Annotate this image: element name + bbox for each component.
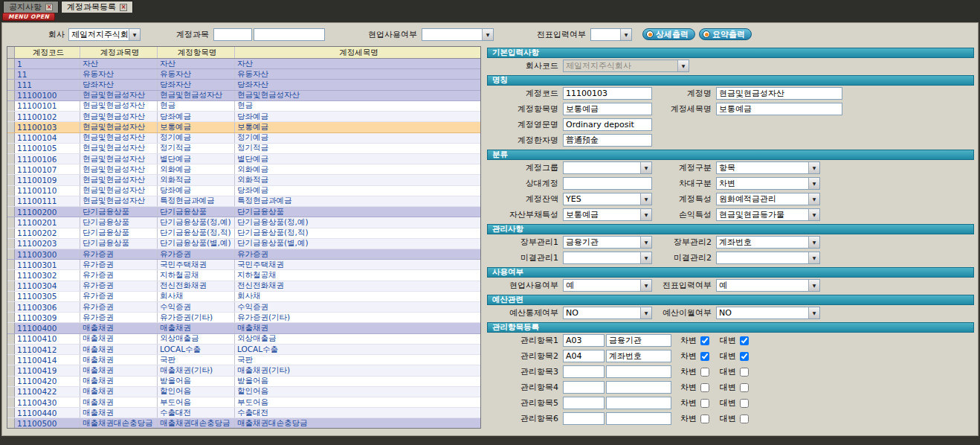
account-balance-select[interactable]: YES ▼ (563, 193, 652, 205)
account-trait-select[interactable]: 원화예적금관리 ▼ (716, 193, 820, 205)
detail-print-button[interactable]: 상세출력 (642, 28, 695, 40)
mgmt-item-code-field[interactable] (563, 412, 605, 425)
table-row[interactable]: 11100304유가증권전신전화채권전신전화채권 (7, 281, 480, 292)
table-row[interactable]: 11100103현금및현금성자산보통예금보통예금 (7, 122, 480, 132)
table-row[interactable]: 11100430매출채권부도어음부도어음 (7, 397, 480, 408)
cell-item-name: 당좌예금 (158, 186, 235, 196)
item-name-field[interactable]: 보통예금 (563, 103, 652, 115)
budget-control-select[interactable]: NO ▼ (563, 307, 652, 319)
table-row[interactable]: 11100201단기금융상품단기금융상품(정,예)단기금융상품(정,예) (7, 217, 480, 228)
table-row[interactable]: 11100106현금및현금성자산별단예금별단예금 (7, 154, 480, 164)
credit-checkbox[interactable] (740, 368, 749, 377)
slip-input-select[interactable]: ▼ (590, 28, 632, 41)
table-row[interactable]: 11100410매출채권외상매출금외상매출금 (7, 334, 480, 345)
table-row[interactable]: 11100302유가증권지하철공채지하철공채 (7, 270, 480, 281)
counter-account-field[interactable] (563, 177, 652, 190)
table-row[interactable]: 11100200단기금융상품단기금융상품단기금융상품 (7, 207, 480, 217)
account-name-input[interactable] (254, 28, 325, 41)
mgmt-item-code-field[interactable]: A03 (563, 334, 605, 347)
table-row[interactable]: 11100102현금및현금성자산당좌예금당좌예금 (7, 112, 480, 122)
table-row[interactable]: 11100110현금및현금성자산당좌예금당좌예금 (7, 186, 480, 196)
slip-use-panel-select[interactable]: 예 ▼ (716, 279, 820, 292)
hanja-name-field[interactable]: 普通預金 (563, 134, 652, 147)
mgmt-item-code-field[interactable] (563, 381, 605, 394)
field-use-panel-select[interactable]: 예 ▼ (563, 279, 652, 292)
table-row[interactable]: 11100419매출채권매출채권(기타)매출채권(기타) (7, 365, 480, 376)
table-row[interactable]: 11100500매출채권대손충당금매출채권대손충당금매출채권대손충당금 (7, 418, 480, 429)
mgmt-item-name-field[interactable]: 계좌번호 (606, 350, 671, 362)
cell-item-name: 당좌자산 (158, 80, 235, 89)
field-use-select[interactable]: ▼ (422, 28, 494, 41)
table-row[interactable]: 11100440매출채권수출대전수출대전 (7, 408, 480, 418)
debit-checkbox[interactable] (700, 352, 709, 361)
table-row[interactable]: 11100414매출채권국판국판 (7, 355, 480, 365)
table-row[interactable]: 11100100현금및현금성자산현금및현금성자산현금및현금성자산 (7, 91, 480, 101)
table-row[interactable]: 11100101현금및현금성자산현금현금 (7, 101, 480, 112)
table-row[interactable]: 11100109현금및현금성자산외화적금외화적금 (7, 175, 480, 185)
mgmt-item-code-field[interactable]: A04 (563, 350, 605, 362)
table-row[interactable]: 11100400매출채권매출채권매출채권 (7, 323, 480, 333)
debit-checkbox[interactable] (700, 383, 709, 392)
mgmt-item-name-field[interactable]: 금융기관 (606, 334, 671, 347)
section-name-header: 명칭 (487, 75, 974, 86)
table-row[interactable]: 11100309유가증권유가증권(기타)유가증권(기타) (7, 313, 480, 323)
table-row[interactable]: 11유동자산유동자산유동자산 (7, 69, 480, 80)
table-row[interactable]: 111당좌자산당좌자산당좌자산 (7, 80, 480, 90)
credit-checkbox[interactable] (740, 414, 749, 423)
table-row[interactable]: 11100301유가증권국민주택채권국민주택채권 (7, 260, 480, 270)
asset-trait-select[interactable]: 보통예금 ▼ (563, 208, 652, 221)
book-mgmt1-select[interactable]: 금융기관 ▼ (563, 236, 652, 249)
item-name-label: 계정항목명 (487, 103, 563, 115)
account-group-select[interactable]: ▼ (563, 161, 652, 174)
debit-checkbox[interactable] (700, 336, 709, 345)
table-row[interactable]: 1자산자산자산 (7, 59, 480, 69)
table-row[interactable]: 11100104현금및현금성자산정기예금정기예금 (7, 133, 480, 144)
tab-account-registration[interactable]: 계정과목등록 × (61, 1, 133, 13)
table-row[interactable]: 11100202단기금융상품단기금융상품(정,적)단기금융상품(정,적) (7, 228, 480, 239)
table-row[interactable]: 11100306유가증권수익증권수익증권 (7, 302, 480, 313)
company-select[interactable]: 제일저지주식회사 ▼ (68, 28, 141, 41)
table-row[interactable]: 11100422매출채권할인어음할인어음 (7, 387, 480, 397)
summary-print-button[interactable]: 요약출력 (699, 28, 752, 40)
company-code-select[interactable]: 제일저지주식회사 ▼ (563, 60, 689, 72)
cell-item-name: 매출채권대손충당금 (158, 418, 235, 428)
table-row[interactable]: 11100111현금및현금성자산특정현금과예금특정현금과예금 (7, 196, 480, 207)
tab-notice[interactable]: 공지사항 × (3, 1, 59, 13)
table-row[interactable]: 11100305유가증권회사채회사채 (7, 292, 480, 302)
mgmt-item-name-field[interactable] (606, 381, 671, 394)
row-selector (7, 59, 15, 68)
mgmt-item-name-field[interactable] (606, 397, 671, 409)
table-row[interactable]: 11100300유가증권유가증권유가증권 (7, 249, 480, 260)
close-icon[interactable]: × (45, 4, 53, 11)
credit-checkbox[interactable] (740, 336, 749, 345)
close-icon[interactable]: × (120, 4, 127, 11)
detail-name-field[interactable]: 보통예금 (716, 103, 842, 115)
table-row[interactable]: 11100203단기금융상품단기금융상품(별,예)단기금융상품(별,예) (7, 239, 480, 249)
table-row[interactable]: 11100107현금및현금성자산외화예금외화예금 (7, 164, 480, 175)
account-gubun-select[interactable]: 항목 ▼ (716, 161, 820, 174)
mgmt-item-code-field[interactable] (563, 397, 605, 409)
open-mgmt1-select[interactable]: ▼ (563, 252, 652, 264)
mgmt-item-code-field[interactable] (563, 365, 605, 378)
table-row[interactable]: 11100420매출채권받을어음받을어음 (7, 377, 480, 387)
open-mgmt2-select[interactable]: ▼ (716, 252, 820, 264)
credit-checkbox[interactable] (740, 399, 749, 408)
table-row[interactable]: 11100105현금및현금성자산정기적금정기적금 (7, 144, 480, 154)
account-name-field[interactable]: 현금및현금성자산 (716, 87, 842, 100)
english-name-field[interactable]: Ordinary deposit (563, 118, 652, 131)
credit-checkbox[interactable] (740, 383, 749, 392)
debit-checkbox[interactable] (700, 368, 709, 377)
account-code-field[interactable]: 11100103 (563, 87, 652, 100)
pl-trait-select[interactable]: 현금및현금등가물 ▼ (716, 208, 820, 221)
debit-checkbox[interactable] (700, 399, 709, 408)
debit-checkbox[interactable] (700, 414, 709, 423)
credit-checkbox[interactable] (740, 352, 749, 361)
table-row[interactable]: 11100412매출채권LOCAL수출LOCAL수출 (7, 345, 480, 355)
debit-credit-gubun-select[interactable]: 차변 ▼ (716, 177, 820, 190)
book-mgmt2-select[interactable]: 계좌번호 ▼ (716, 236, 820, 249)
mgmt-item-name-field[interactable] (606, 365, 671, 378)
menu-open-button[interactable]: MENU OPEN (2, 13, 55, 21)
budget-carry-select[interactable]: NO ▼ (716, 307, 820, 319)
mgmt-item-name-field[interactable] (606, 412, 671, 425)
account-code-input[interactable] (213, 28, 252, 41)
